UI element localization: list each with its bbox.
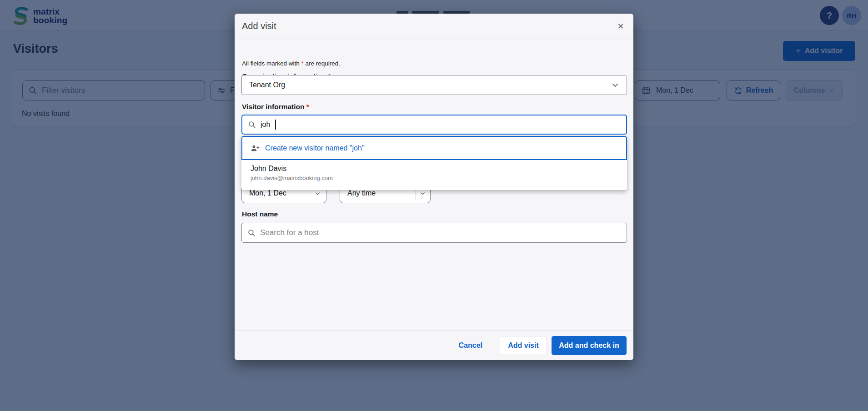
text-cursor [275,120,276,130]
visitor-autocomplete-dropdown: Create new visitor named "joh" John Davi… [241,136,627,190]
visitor-search-input[interactable]: joh [241,115,627,135]
search-icon [247,229,256,237]
close-icon[interactable]: ✕ [615,21,626,32]
chevron-down-icon [315,190,321,196]
host-name-label: Host name [242,210,278,218]
add-and-check-in-button[interactable]: Add and check in [552,336,627,355]
visit-date-value: Mon, 1 Dec [249,189,286,197]
add-visit-dialog: Add visit ✕ All fields marked with * are… [235,14,633,360]
dialog-footer: Cancel Add visit Add and check in [235,331,633,360]
create-new-visitor-option[interactable]: Create new visitor named "joh" [241,136,627,160]
visitor-required-mark: * [306,103,309,110]
dialog-header: Add visit ✕ [235,14,633,39]
chevron-down-icon [611,81,619,89]
create-new-visitor-label: Create new visitor named "joh" [265,144,365,152]
search-icon [248,120,256,129]
dialog-title: Add visit [242,21,276,31]
host-search-input[interactable] [260,228,621,237]
host-search-field[interactable] [241,223,627,243]
organisation-select[interactable]: Tenant Org [241,75,627,95]
visitor-result-name: John Davis [251,165,618,173]
required-fields-note: All fields marked with * are required. [242,60,340,67]
add-visit-button[interactable]: Add visit [500,336,547,355]
person-add-icon [251,144,260,153]
visit-time-value: Any time [347,189,376,197]
visitor-query-text: joh [261,120,270,129]
note-prefix: All fields marked with [242,60,301,67]
note-suffix: are required. [304,60,340,67]
chevron-down-icon [420,190,426,196]
visitor-result-option[interactable]: John Davis john.davis@matrixbooking.com [241,160,627,190]
visitor-result-email: john.davis@matrixbooking.com [251,175,618,181]
visitor-label: Visitor information * [242,103,309,111]
visitor-label-text: Visitor information [242,103,305,110]
cancel-button[interactable]: Cancel [459,341,482,350]
organisation-value: Tenant Org [249,81,285,89]
